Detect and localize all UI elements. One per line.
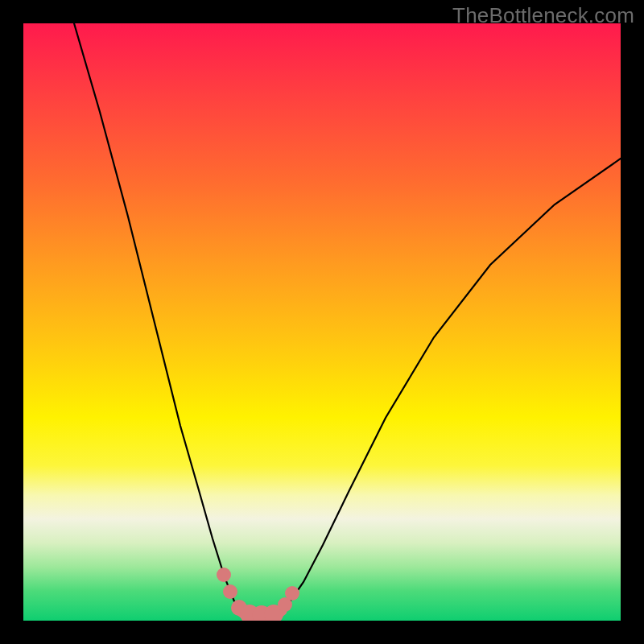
curve-marker: [285, 586, 299, 601]
curve-marker: [223, 584, 237, 599]
curve-marker: [217, 568, 231, 582]
gradient-plot-area: [23, 23, 621, 621]
chart-svg: [23, 23, 621, 621]
bottleneck-curve: [74, 23, 621, 618]
watermark-text: TheBottleneck.com: [452, 3, 634, 28]
curve-markers: [217, 568, 299, 621]
